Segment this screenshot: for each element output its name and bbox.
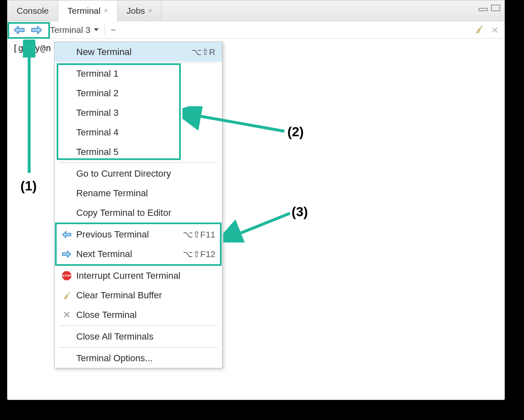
menu-terminal-options[interactable]: Terminal Options... [55, 348, 222, 368]
menu-item-shortcut: ⌥⇧F12 [183, 249, 215, 259]
menu-separator [59, 265, 218, 265]
menu-item-label: Terminal 2 [74, 88, 215, 99]
svg-line-2 [479, 26, 482, 29]
next-terminal-button[interactable] [31, 25, 42, 35]
svg-line-5 [67, 292, 70, 295]
annotation-label-2: (2) [287, 124, 304, 140]
pane-window-buttons [479, 5, 500, 11]
menu-terminal-5[interactable]: Terminal 5 [55, 142, 222, 162]
terminal-selector-label: Terminal 3 [50, 25, 90, 35]
svg-marker-1 [32, 26, 42, 34]
tab-console[interactable]: Console [7, 0, 58, 21]
close-terminal-icon[interactable]: ✕ [491, 25, 499, 36]
svg-line-11 [227, 213, 290, 238]
menu-terminal-1[interactable]: Terminal 1 [55, 64, 222, 83]
menu-separator [59, 162, 218, 163]
terminal-selector[interactable]: Terminal 3 [50, 25, 99, 35]
menu-item-label: Rename Terminal [74, 188, 215, 199]
menu-rename-terminal[interactable]: Rename Terminal [55, 183, 222, 203]
maximize-icon[interactable] [491, 5, 500, 11]
menu-terminal-2[interactable]: Terminal 2 [55, 83, 222, 103]
svg-line-9 [187, 114, 284, 131]
menu-item-label: Go to Current Directory [74, 168, 215, 179]
broom-icon [60, 291, 74, 300]
tab-label: Console [17, 6, 49, 16]
annotation-arrow-1 [23, 40, 35, 177]
menu-item-label: Terminal 1 [74, 68, 215, 79]
minimize-icon[interactable] [479, 8, 488, 11]
menu-clear-buffer[interactable]: Clear Terminal Buffer [55, 285, 222, 305]
menu-item-label: Clear Terminal Buffer [74, 290, 215, 301]
prev-terminal-button[interactable] [13, 25, 25, 35]
menu-separator [59, 347, 218, 348]
stop-icon: STOP [60, 271, 74, 280]
menu-item-label: Interrupt Current Terminal [74, 270, 215, 281]
menu-separator [59, 223, 218, 224]
tab-jobs[interactable]: Jobs × [117, 0, 162, 21]
clear-icon[interactable] [474, 25, 484, 36]
menu-separator [59, 325, 218, 326]
menu-close-all-terminals[interactable]: Close All Terminals [55, 327, 222, 346]
menu-go-to-current-dir[interactable]: Go to Current Directory [55, 164, 222, 183]
terminal-dropdown-menu: New Terminal ⌥⇧R Terminal 1 Terminal 2 T… [54, 42, 222, 368]
arrow-right-icon [60, 250, 74, 258]
arrow-left-icon [60, 230, 74, 239]
chevron-down-icon [94, 28, 99, 31]
terminal-nav-arrows [12, 25, 44, 35]
menu-copy-terminal-to-editor[interactable]: Copy Terminal to Editor [55, 203, 222, 222]
close-icon: ✕ [60, 310, 74, 320]
menu-item-label: Close Terminal [74, 310, 215, 320]
menu-item-label: Next Terminal [74, 249, 183, 260]
terminal-cwd: ~ [111, 25, 116, 35]
menu-interrupt-terminal[interactable]: STOP Interrupt Current Terminal [55, 266, 222, 285]
menu-item-label: Terminal 5 [74, 147, 215, 158]
menu-new-terminal[interactable]: New Terminal ⌥⇧R [55, 42, 222, 62]
annotation-label-3: (3) [292, 204, 308, 220]
svg-marker-0 [14, 26, 24, 34]
tab-terminal[interactable]: Terminal × [58, 0, 117, 21]
terminal-toolbar: Terminal 3 ~ ✕ [7, 21, 504, 39]
menu-close-terminal[interactable]: ✕ Close Terminal [55, 305, 222, 325]
menu-item-label: Close All Terminals [74, 331, 215, 342]
tab-label: Terminal [67, 6, 100, 16]
toolbar-divider [105, 24, 105, 36]
menu-next-terminal[interactable]: Next Terminal ⌥⇧F12 [55, 244, 222, 264]
close-icon[interactable]: × [148, 7, 152, 15]
menu-separator [59, 62, 218, 63]
svg-marker-4 [62, 251, 71, 257]
annotation-arrow-3 [223, 209, 294, 242]
annotation-label-1: (1) [20, 178, 37, 194]
close-icon[interactable]: × [104, 7, 107, 15]
annotation-arrow-2 [182, 106, 287, 135]
menu-item-shortcut: ⌥⇧R [192, 47, 215, 57]
menu-item-label: Previous Terminal [74, 229, 183, 240]
menu-item-label: Copy Terminal to Editor [74, 208, 215, 218]
menu-item-label: New Terminal [74, 47, 192, 58]
tab-label: Jobs [127, 6, 145, 16]
svg-marker-3 [62, 231, 71, 238]
pane-tabbar: Console Terminal × Jobs × [7, 0, 504, 21]
menu-item-label: Terminal Options... [74, 353, 215, 364]
menu-item-shortcut: ⌥⇧F11 [183, 230, 215, 240]
menu-previous-terminal[interactable]: Previous Terminal ⌥⇧F11 [55, 225, 222, 244]
